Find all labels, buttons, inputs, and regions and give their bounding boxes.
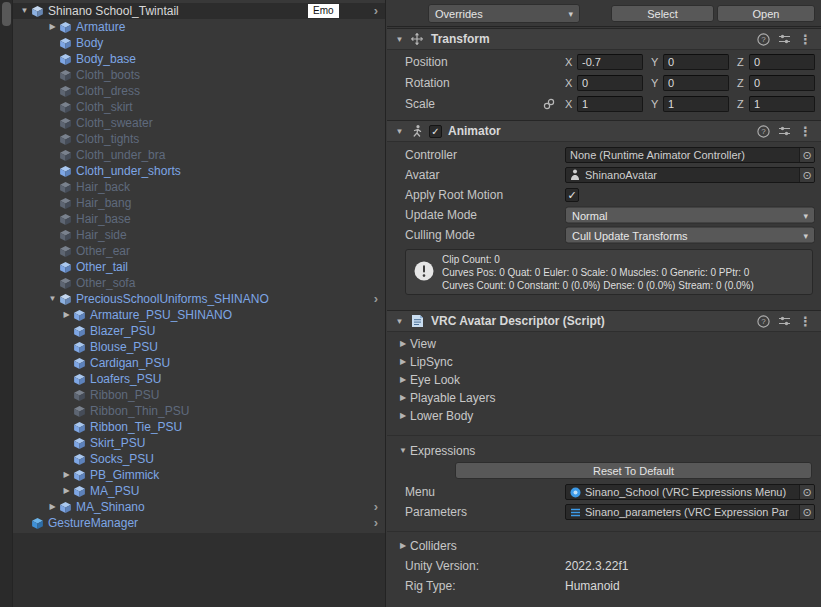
cube-icon: [59, 261, 73, 274]
prefab-open-chevron-icon[interactable]: ›: [374, 515, 378, 530]
hierarchy-item[interactable]: Ribbon_Tie_PSU: [13, 419, 385, 435]
scrollbar-thumb[interactable]: [2, 2, 11, 26]
hierarchy-item[interactable]: ▶Armature_PSU_SHINANO: [13, 307, 385, 323]
hierarchy-item[interactable]: Ribbon_PSU: [13, 387, 385, 403]
reset-to-default-button[interactable]: Reset To Default: [455, 462, 812, 479]
hierarchy-item[interactable]: ▼PreciousSchoolUniforms_SHINANO›: [13, 291, 385, 307]
checkbox-checked[interactable]: ✓: [565, 188, 579, 202]
animator-component-header[interactable]: ▼ ✓ Animator ? ⋮: [387, 120, 821, 142]
hierarchy-item[interactable]: Body: [13, 35, 385, 51]
hierarchy-item-label: Loafers_PSU: [90, 372, 161, 386]
kebab-menu-icon[interactable]: ⋮: [797, 314, 814, 329]
animator-enabled-checkbox[interactable]: ✓: [429, 125, 442, 138]
transform-component-header[interactable]: ▼ Transform ? ⋮: [387, 28, 821, 50]
transform-row: ScaleXYZ: [387, 93, 821, 114]
foldout-closed-icon[interactable]: ▶: [46, 19, 59, 35]
presets-icon[interactable]: [776, 315, 793, 327]
rotation-x-input[interactable]: [577, 75, 643, 91]
hierarchy-item[interactable]: Cardigan_PSU: [13, 355, 385, 371]
hierarchy-item[interactable]: Cloth_tights: [13, 131, 385, 147]
scale-z-input[interactable]: [749, 96, 815, 112]
foldout-label: Lower Body: [410, 409, 473, 423]
foldout-open-icon[interactable]: ▼: [394, 35, 405, 44]
hierarchy-item[interactable]: Blouse_PSU: [13, 339, 385, 355]
kebab-menu-icon[interactable]: ⋮: [797, 124, 814, 139]
dropdown[interactable]: Normal▾: [565, 207, 815, 224]
hierarchy-item[interactable]: Cloth_under_shorts: [13, 163, 385, 179]
foldout-expressions[interactable]: ▼ Expressions: [387, 442, 821, 460]
hierarchy-item[interactable]: Cloth_dress: [13, 83, 385, 99]
help-icon[interactable]: ?: [755, 315, 772, 328]
object-field[interactable]: None (Runtime Animator Controller)⊙: [565, 147, 815, 163]
foldout-lipsync[interactable]: ▶LipSync: [387, 353, 821, 371]
hierarchy-item[interactable]: ▶MA_Shinano›: [13, 499, 385, 515]
prefab-open-chevron-icon[interactable]: ›: [374, 499, 378, 514]
foldout-closed-icon[interactable]: ▶: [46, 499, 59, 515]
position-z-input[interactable]: [749, 54, 815, 70]
open-button[interactable]: Open: [717, 5, 815, 22]
foldout-closed-icon[interactable]: ▶: [60, 483, 73, 499]
prefab-open-chevron-icon[interactable]: ›: [374, 291, 378, 306]
object-picker-icon[interactable]: ⊙: [799, 505, 814, 519]
scale-x-input[interactable]: [577, 96, 643, 112]
hierarchy-item[interactable]: ▶Armature: [13, 19, 385, 35]
foldout-closed-icon[interactable]: ▶: [60, 467, 73, 483]
position-y-input[interactable]: [663, 54, 729, 70]
hierarchy-item[interactable]: Hair_side: [13, 227, 385, 243]
select-button[interactable]: Select: [611, 5, 714, 22]
hierarchy-item[interactable]: Cloth_sweater: [13, 115, 385, 131]
hierarchy-item[interactable]: Skirt_PSU: [13, 435, 385, 451]
foldout-open-icon[interactable]: ▼: [46, 291, 59, 307]
help-icon[interactable]: ?: [755, 33, 772, 46]
position-x-input[interactable]: [577, 54, 643, 70]
parameters-object-field[interactable]: Sinano_parameters (VRC Expression Par ⊙: [565, 504, 815, 520]
hierarchy-item[interactable]: Socks_PSU: [13, 451, 385, 467]
hierarchy-item[interactable]: Other_ear: [13, 243, 385, 259]
scale-y-input[interactable]: [663, 96, 729, 112]
presets-icon[interactable]: [776, 33, 793, 45]
hierarchy-item[interactable]: Body_base: [13, 51, 385, 67]
hierarchy-item[interactable]: Loafers_PSU: [13, 371, 385, 387]
hierarchy-item[interactable]: Other_tail: [13, 259, 385, 275]
foldout-eye-look[interactable]: ▶Eye Look: [387, 371, 821, 389]
foldout-view[interactable]: ▶View: [387, 335, 821, 353]
object-picker-icon[interactable]: ⊙: [799, 485, 814, 499]
foldout-playable-layers[interactable]: ▶Playable Layers: [387, 389, 821, 407]
vrc-descriptor-component-header[interactable]: ▼ VRC Avatar Descriptor (Script) ? ⋮: [387, 310, 821, 332]
hierarchy-item[interactable]: ▶MA_PSU: [13, 483, 385, 499]
prefab-open-chevron-icon[interactable]: ›: [374, 3, 378, 18]
overrides-dropdown[interactable]: Overrides ▾: [428, 4, 580, 23]
axis-fields: XYZ: [565, 96, 815, 112]
presets-icon[interactable]: [776, 125, 793, 137]
hierarchy-item[interactable]: Hair_bang: [13, 195, 385, 211]
foldout-colliders[interactable]: ▶ Colliders: [387, 537, 821, 555]
hierarchy-item[interactable]: Hair_base: [13, 211, 385, 227]
hierarchy-scrollbar[interactable]: [0, 0, 13, 607]
object-picker-icon[interactable]: ⊙: [799, 148, 814, 162]
hierarchy-item[interactable]: Hair_back: [13, 179, 385, 195]
cube-icon: [59, 101, 73, 114]
foldout-open-icon[interactable]: ▼: [394, 317, 405, 326]
foldout-closed-icon[interactable]: ▶: [60, 307, 73, 323]
hierarchy-item[interactable]: Cloth_boots: [13, 67, 385, 83]
foldout-open-icon[interactable]: ▼: [394, 127, 405, 136]
hierarchy-item[interactable]: GestureManager›: [13, 515, 385, 531]
hierarchy-item[interactable]: Cloth_skirt: [13, 99, 385, 115]
hierarchy-item[interactable]: ▶PB_Gimmick: [13, 467, 385, 483]
hierarchy-item[interactable]: Ribbon_Thin_PSU: [13, 403, 385, 419]
menu-object-field[interactable]: Sinano_School (VRC Expressions Menu) ⊙: [565, 484, 815, 500]
foldout-lower-body[interactable]: ▶Lower Body: [387, 407, 821, 425]
rotation-y-input[interactable]: [663, 75, 729, 91]
hierarchy-item[interactable]: Other_sofa: [13, 275, 385, 291]
object-picker-icon[interactable]: ⊙: [799, 168, 814, 182]
rotation-z-input[interactable]: [749, 75, 815, 91]
dropdown[interactable]: Cull Update Transforms▾: [565, 227, 815, 244]
axis-label: Y: [651, 56, 663, 68]
kebab-menu-icon[interactable]: ⋮: [797, 32, 814, 47]
help-icon[interactable]: ?: [755, 125, 772, 138]
hierarchy-item[interactable]: Cloth_under_bra: [13, 147, 385, 163]
hierarchy-item[interactable]: Blazer_PSU: [13, 323, 385, 339]
link-constrain-icon[interactable]: [543, 98, 555, 110]
foldout-open-icon[interactable]: ▼: [18, 3, 31, 19]
object-field[interactable]: ShinanoAvatar⊙: [565, 167, 815, 183]
